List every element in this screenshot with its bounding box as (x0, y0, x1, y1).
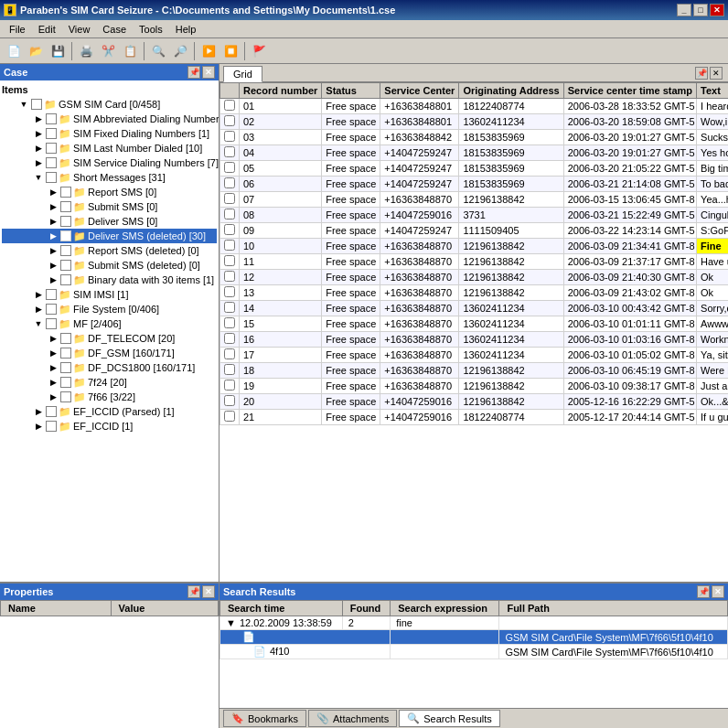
expand-deliver[interactable]: ▶ (46, 214, 60, 229)
row-checkbox[interactable] (220, 99, 240, 114)
tree-gsm[interactable]: ▶ 📁 DF_GSM [160/171] (2, 346, 217, 360)
check-mf[interactable] (46, 318, 57, 329)
row-checkbox[interactable] (220, 348, 240, 363)
check-service[interactable] (46, 157, 57, 168)
stop-button[interactable]: ⏹️ (220, 41, 241, 61)
row-checkbox[interactable] (220, 223, 240, 239)
check-telecom[interactable] (60, 333, 71, 344)
row-checkbox[interactable] (220, 239, 240, 254)
table-row[interactable]: 19Free space+16363848870121961388422006-… (220, 379, 729, 394)
table-row[interactable]: 09Free space+1404725924711115094052006-0… (220, 223, 729, 239)
row-checkbox[interactable] (220, 394, 240, 410)
expand-short[interactable]: ▼ (31, 170, 46, 185)
cut-button[interactable]: ✂️ (98, 41, 118, 61)
tree-fixed[interactable]: ▶ 📁 SIM Fixed Dialing Numbers [1] (2, 126, 217, 141)
minimize-button[interactable]: _ (677, 4, 691, 16)
table-row[interactable]: 04Free space+14047259247181538359692006-… (220, 145, 729, 161)
expand-iccid[interactable]: ▶ (31, 419, 46, 434)
expand-abbreviated[interactable]: ▶ (31, 112, 46, 126)
expand-7f66[interactable]: ▶ (46, 390, 60, 404)
panel-pin[interactable]: 📌 (187, 66, 200, 79)
expand-fs[interactable]: ▶ (31, 302, 46, 316)
row-checkbox[interactable] (220, 130, 240, 145)
check-fs[interactable] (46, 304, 57, 315)
sr-row-1[interactable]: ▼12.02.2009 13:38:59 2 fine (220, 616, 728, 630)
search-close[interactable]: ✕ (712, 585, 724, 598)
expand-service[interactable]: ▶ (31, 155, 46, 170)
col-text[interactable]: Text (697, 83, 728, 99)
row-checkbox[interactable] (220, 114, 240, 130)
table-row[interactable]: 01Free space+16363848801181224087742006-… (220, 99, 729, 114)
search-results-container[interactable]: Search time Found Search expression Full… (219, 600, 728, 708)
play-button[interactable]: ▶️ (198, 41, 219, 61)
expand-report[interactable]: ▶ (46, 185, 60, 199)
tree-container[interactable]: Items ▼ 📁 GSM SIM Card [0/458] ▶ 📁 SIM A (0, 80, 219, 582)
expand-report-del[interactable]: ▶ (46, 243, 60, 258)
check-binary[interactable] (60, 274, 71, 285)
tree-dcs1800[interactable]: ▶ 📁 DF_DCS1800 [160/171] (2, 360, 217, 375)
tree-telecom[interactable]: ▶ 📁 DF_TELECOM [20] (2, 331, 217, 346)
table-row[interactable]: 10Free space+16363848870121961388422006-… (220, 239, 729, 254)
row-checkbox[interactable] (220, 301, 240, 316)
expand-dcs[interactable]: ▶ (46, 360, 60, 375)
check-short[interactable] (46, 172, 57, 183)
flag-button[interactable]: 🚩 (249, 41, 269, 61)
grid-panel-close[interactable]: ✕ (710, 67, 723, 80)
table-row[interactable]: 20Free space+14047259016121961388422005-… (220, 394, 729, 410)
col-record[interactable]: Record number (240, 83, 322, 99)
tree-items-header[interactable]: Items (2, 82, 217, 97)
check-gsm2[interactable] (60, 348, 71, 359)
expand-binary[interactable]: ▶ (46, 273, 60, 287)
tab-grid[interactable]: Grid (223, 66, 262, 82)
close-button[interactable]: ✕ (710, 4, 724, 16)
table-row[interactable]: 11Free space+16363848870121961388422006-… (220, 254, 729, 270)
expand-gsm[interactable]: ▼ (16, 97, 31, 112)
menu-tools[interactable]: Tools (134, 22, 168, 37)
copy-button[interactable]: 📋 (120, 41, 140, 61)
row-checkbox[interactable] (220, 208, 240, 223)
menu-edit[interactable]: Edit (33, 22, 61, 37)
check-deliver[interactable] (60, 216, 71, 227)
row-checkbox[interactable] (220, 285, 240, 301)
btab-bookmarks[interactable]: 🔖 Bookmarks (223, 710, 306, 727)
check-deliver-del[interactable] (60, 230, 71, 241)
row-checkbox[interactable] (220, 332, 240, 348)
sr-row-1-child-1[interactable]: 📄 GSM SIM Card\File System\MF\7f66\5f10\… (220, 630, 728, 645)
grid-panel-pin[interactable]: 📌 (695, 67, 708, 80)
row-checkbox[interactable] (220, 145, 240, 161)
table-row[interactable]: 15Free space+16363848870136024112342006-… (220, 316, 729, 332)
check-iccid-p[interactable] (46, 406, 57, 417)
tree-abbreviated[interactable]: ▶ 📁 SIM Abbreviated Dialing Numbers ... (2, 112, 217, 126)
props-close[interactable]: ✕ (202, 585, 215, 598)
expand-iccid-p[interactable]: ▶ (31, 404, 46, 419)
row-checkbox[interactable] (220, 270, 240, 285)
table-row[interactable]: 02Free space+16363848801136024112342006-… (220, 114, 729, 130)
expand-7f24[interactable]: ▶ (46, 375, 60, 390)
maximize-button[interactable]: □ (693, 4, 708, 16)
tree-short-messages[interactable]: ▼ 📁 Short Messages [31] (2, 170, 217, 185)
table-row[interactable]: 16Free space+16363848870136024112342006-… (220, 332, 729, 348)
table-row[interactable]: 18Free space+16363848870121961388422006-… (220, 363, 729, 379)
check-imsi[interactable] (46, 289, 57, 300)
table-row[interactable]: 08Free space+1404725901637312006-03-21 1… (220, 208, 729, 223)
btab-search-results[interactable]: 🔍 Search Results (399, 710, 500, 727)
check-iccid[interactable] (46, 421, 57, 432)
new-button[interactable]: 📄 (4, 41, 24, 61)
table-row[interactable]: 03Free space+16363848842181538359692006-… (220, 130, 729, 145)
expand-imsi[interactable]: ▶ (31, 287, 46, 302)
check-7f24[interactable] (60, 377, 71, 388)
check-submit-del[interactable] (60, 260, 71, 271)
menu-case[interactable]: Case (97, 22, 132, 37)
expand-submit[interactable]: ▶ (46, 199, 60, 214)
tree-submit-sms[interactable]: ▶ 📁 Submit SMS [0] (2, 199, 217, 214)
check-7f66[interactable] (60, 391, 71, 402)
sr-row-1-child-2[interactable]: 📄4f10 GSM SIM Card\File System\MF\7f66\5… (220, 645, 728, 659)
row-checkbox[interactable] (220, 177, 240, 192)
expand-gsm2[interactable]: ▶ (46, 346, 60, 360)
tree-report-sms[interactable]: ▶ 📁 Report SMS [0] (2, 185, 217, 199)
check-last[interactable] (46, 143, 57, 154)
check-abbreviated[interactable] (46, 113, 57, 124)
tree-report-deleted[interactable]: ▶ 📁 Report SMS (deleted) [0] (2, 243, 217, 258)
check-gsm[interactable] (31, 99, 42, 110)
check-report[interactable] (60, 187, 71, 198)
